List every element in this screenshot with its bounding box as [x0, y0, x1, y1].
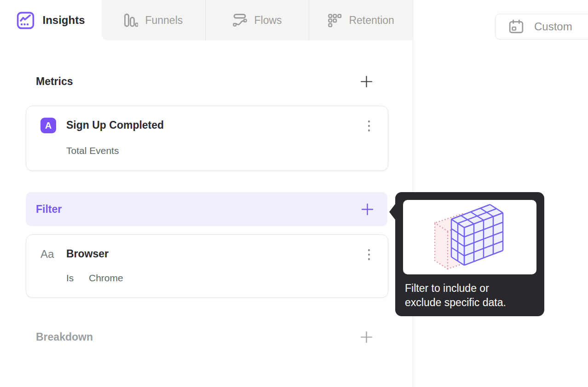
- tab-funnels[interactable]: Funnels: [102, 0, 205, 40]
- insights-chart-icon: [17, 11, 35, 29]
- add-filter-button[interactable]: [361, 203, 374, 216]
- plus-icon: [360, 75, 373, 88]
- filter-title: Filter: [36, 203, 62, 216]
- tab-label: Retention: [349, 14, 394, 27]
- tooltip-text-line: Filter to include or: [405, 281, 538, 296]
- retention-dots-icon: [328, 13, 342, 28]
- calendar-icon: [508, 19, 524, 34]
- tooltip-text-line: exclude specific data.: [405, 296, 538, 310]
- kebab-menu-icon: [368, 120, 370, 132]
- plus-icon: [361, 203, 374, 216]
- flows-wave-icon: [232, 13, 247, 27]
- tab-label: Funnels: [145, 14, 183, 27]
- filter-cube-illustration: [403, 200, 536, 274]
- tooltip-arrow: [389, 204, 395, 220]
- add-breakdown-button[interactable]: [360, 331, 373, 343]
- tab-label: Flows: [254, 14, 282, 27]
- tab-insights[interactable]: Insights: [0, 0, 102, 40]
- filter-menu-button[interactable]: [365, 246, 373, 265]
- metric-menu-button[interactable]: [365, 117, 373, 136]
- tab-flows[interactable]: Flows: [205, 0, 309, 40]
- filter-section-row[interactable]: Filter: [26, 192, 387, 226]
- tab-bar: Funnels Flows Retention: [102, 0, 413, 40]
- tab-retention[interactable]: Retention: [309, 0, 413, 40]
- breakdown-title: Breakdown: [36, 331, 93, 343]
- custom-date-label: Custom: [534, 20, 572, 33]
- metrics-title: Metrics: [36, 75, 73, 88]
- metric-badge: A: [40, 118, 56, 133]
- add-metric-button[interactable]: [360, 75, 373, 88]
- kebab-menu-icon: [368, 249, 370, 261]
- custom-date-button[interactable]: Custom: [495, 14, 588, 40]
- funnels-bars-icon: [124, 13, 138, 27]
- plus-icon: [360, 331, 373, 343]
- metric-card[interactable]: A Sign Up Completed Total Events: [26, 106, 388, 171]
- filter-tooltip: Filter to include or exclude specific da…: [395, 192, 544, 316]
- tooltip-text: Filter to include or exclude specific da…: [405, 281, 538, 310]
- filter-value[interactable]: Chrome: [89, 273, 123, 284]
- filter-property-name: Browser: [66, 248, 109, 260]
- string-property-icon: Aa: [40, 248, 54, 261]
- filter-card[interactable]: Aa Browser Is Chrome: [26, 234, 388, 298]
- metric-measurement: Total Events: [66, 145, 119, 156]
- metric-event-name: Sign Up Completed: [66, 119, 164, 131]
- tab-label: Insights: [42, 14, 85, 27]
- breakdown-section-header: Breakdown: [36, 329, 373, 345]
- metrics-section-header: Metrics: [36, 74, 373, 89]
- filter-operator[interactable]: Is: [66, 273, 74, 284]
